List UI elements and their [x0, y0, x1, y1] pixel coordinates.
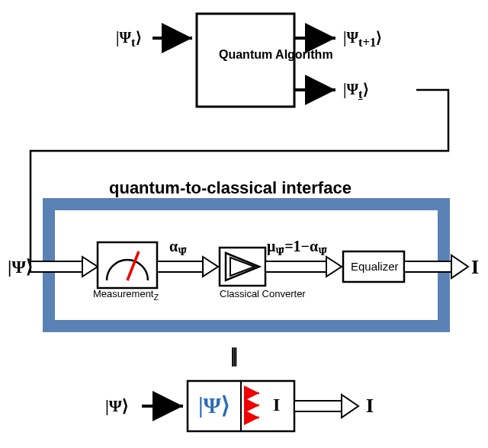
- mu-label: μΨ̂=1−αΨ̂: [267, 238, 327, 258]
- conv-to-eq-arrow: [265, 257, 342, 277]
- qa-block-label: Quantum Algorithm: [219, 48, 274, 62]
- meas-to-conv-arrow: [157, 257, 218, 277]
- converter-label: Classical Converter: [220, 288, 268, 299]
- measurement-box: [98, 242, 157, 288]
- compact-ket-label: |Ψ⟩: [198, 392, 230, 418]
- compact-input-label: |Ψ⟩: [105, 396, 129, 416]
- qa-out2-label: |Ψt⟩: [343, 80, 369, 102]
- iface-output-arrow: [404, 255, 468, 278]
- diagram-svg: [0, 0, 488, 448]
- measurement-label: MeasurementZ: [93, 288, 159, 302]
- compact-output-label: I: [366, 395, 374, 418]
- svg-rect-0: [30, 261, 82, 272]
- qa-out1-label: |Ψt+1⟩: [343, 28, 382, 50]
- equalizer-label: Equalizer: [351, 260, 399, 273]
- alpha-label: αΨ̂: [169, 238, 187, 258]
- svg-rect-2: [265, 261, 326, 272]
- qa-input-label: |Ψt⟩: [116, 28, 142, 50]
- iface-input-label: |Ψ⟩: [8, 256, 33, 277]
- interface-title: quantum-to-classical interface: [109, 178, 352, 198]
- svg-rect-1: [157, 261, 203, 272]
- iface-input-arrow: [30, 257, 98, 277]
- compact-output-arrow: [294, 395, 358, 418]
- compact-inner-out-label: I: [273, 395, 280, 415]
- svg-rect-4: [294, 401, 342, 411]
- iface-output-label: I: [471, 256, 479, 279]
- svg-rect-3: [404, 261, 451, 272]
- equiv-label: |||: [230, 343, 236, 367]
